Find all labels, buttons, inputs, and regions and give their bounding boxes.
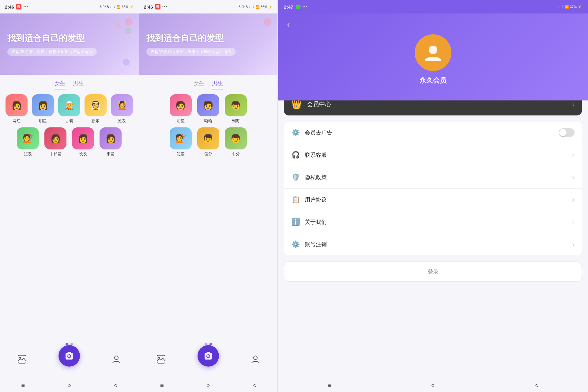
doc-icon: 📋	[291, 196, 300, 204]
svg-point-9	[254, 356, 257, 360]
grid-item-xiha[interactable]: 🧑 嘻哈	[196, 94, 221, 124]
sys-back-2[interactable]: <	[253, 382, 256, 389]
tab-female-1[interactable]: 女生	[55, 80, 66, 89]
grid-label-zhongfen: 中分	[232, 151, 240, 157]
nav-gallery-2[interactable]	[153, 351, 169, 367]
svg-point-10	[429, 46, 437, 54]
signal-info-2: 8.9KB ↓ ☽ 📶 36% ⚡	[239, 5, 273, 9]
menu-item-ad-left: ⚙️ 会员去广告	[291, 129, 332, 137]
login-button[interactable]: 登录	[284, 262, 582, 282]
grid-icon-wanghong: 👩	[6, 94, 28, 116]
sys-home-2[interactable]: ○	[206, 382, 210, 389]
settings-signal-info: ↓ ☽ 📶 37% ⚡	[558, 5, 582, 9]
crown-icon: 👑	[291, 99, 302, 109]
settings-sys-home[interactable]: ○	[431, 382, 435, 389]
grid-item-tangfa[interactable]: 💆 烫发	[110, 94, 134, 124]
gear-icon: ⚙️	[291, 240, 300, 248]
grid-icon-zhongchangfa: 👩	[44, 127, 66, 149]
grid-icon-guzhuang: 🧝	[58, 94, 80, 116]
time-display-1: 2:46	[5, 4, 14, 9]
menu-item-cancel-left: ⚙️ 账号注销	[291, 240, 327, 248]
nav-gallery-1[interactable]	[14, 351, 30, 367]
grid-label-xiha: 嘻哈	[204, 118, 212, 124]
sys-back-1[interactable]: <	[114, 382, 117, 389]
member-card-left: 👑 会员中心	[291, 99, 331, 109]
settings-dots: ···	[302, 4, 308, 10]
menu-item-cancel-right: ›	[572, 240, 575, 249]
grid-icon-xiha: 🧑	[197, 94, 219, 116]
nav-camera-1[interactable]	[58, 351, 80, 367]
grid-label-mingxing: 明星	[39, 118, 47, 124]
grid-item-changfa[interactable]: 👩 长发	[71, 127, 95, 157]
settings-sys-menu[interactable]: ≡	[328, 382, 331, 389]
tabs-1: 女生 男生	[0, 75, 139, 89]
grid-item-mingxing-2[interactable]: 🧑 明星	[168, 94, 193, 124]
tab-male-1[interactable]: 男生	[73, 80, 84, 89]
grid-item-guzhuang[interactable]: 🧝 古装	[58, 94, 81, 124]
settings-content: 👑 会员中心 › ⚙️ 会员去广告 🎧 联系客服	[278, 93, 588, 379]
grid-icon-duanfa-2: 💇	[170, 127, 192, 149]
menu-item-ad[interactable]: ⚙️ 会员去广告	[284, 122, 582, 144]
menu-item-agreement[interactable]: 📋 用户协议 ›	[284, 189, 582, 211]
grid-item-duanfa-2[interactable]: 💇 短发	[168, 127, 193, 157]
grid-item-mingxing[interactable]: 👩 明星	[31, 94, 55, 124]
profile-icon-1	[108, 351, 124, 367]
camera-button-2[interactable]	[198, 345, 219, 367]
settings-status-bar: 2:47 ··· ↓ ☽ 📶 37% ⚡	[278, 0, 588, 13]
status-time-1: 2:46 微 ···	[5, 4, 29, 10]
menu-item-cancel-account[interactable]: ⚙️ 账号注销 ›	[284, 233, 582, 255]
profile-section: 永久会员	[287, 34, 579, 85]
sys-menu-1[interactable]: ≡	[21, 382, 25, 389]
menu-item-support[interactable]: 🎧 联系客服 ›	[284, 144, 582, 166]
headset-icon: 🎧	[291, 151, 300, 159]
settings-sys-back[interactable]: <	[534, 382, 538, 389]
grid-icon-mingxing: 👩	[32, 94, 54, 116]
menu-label-about: 关于我们	[305, 218, 327, 226]
grid-icon-duanfa-1: 💇	[17, 127, 39, 149]
status-right-2: 8.9KB ↓ ☽ 📶 36% ⚡	[239, 5, 273, 9]
nav-profile-1[interactable]	[108, 351, 124, 367]
tab-male-2[interactable]: 男生	[212, 80, 223, 89]
grid-icon-shufa: 👩	[100, 127, 122, 149]
grid-item-shufa[interactable]: 👩 束发	[98, 127, 123, 157]
grid-item-xinniang[interactable]: 👰 新娘	[84, 94, 107, 124]
grid-label-guzhuang: 古装	[65, 118, 73, 124]
camera-button-1[interactable]	[58, 345, 80, 367]
banner-subtitle-wrap-1: 发型/发色随心更换，再也不用担心发型不适合	[7, 48, 97, 56]
status-time-2: 2:46 微 ···	[144, 4, 168, 10]
settings-time-display: 2:47	[284, 4, 293, 9]
grid-label-duanfa-1: 短发	[24, 151, 32, 157]
back-button[interactable]: ‹	[287, 20, 579, 29]
avatar	[415, 34, 451, 71]
svg-point-8	[207, 355, 209, 357]
grid-row-1-2: 🧑 明星 🧑 嘻哈 👦 刘海	[144, 94, 273, 124]
svg-point-1	[19, 357, 21, 359]
grid-item-pianfen[interactable]: 👦 偏分	[196, 127, 221, 157]
grid-item-duanfa-1[interactable]: 💇 短发	[16, 127, 40, 157]
ad-toggle[interactable]	[559, 128, 575, 137]
svg-point-3	[68, 355, 70, 357]
grid-row-2-1: 💇 短发 👩 中长发 👩 长发 👩 束发	[5, 127, 134, 157]
grid-item-wanghong[interactable]: 👩 网红	[5, 94, 28, 124]
menu-item-about[interactable]: ℹ️ 关于我们 ›	[284, 211, 582, 233]
settings-icon-ad: ⚙️	[291, 129, 300, 137]
app-icon-1: 微	[16, 4, 21, 9]
time-display-2: 2:46	[144, 4, 153, 9]
grid-item-zhongchangfa[interactable]: 👩 中长发	[43, 127, 68, 157]
grid-item-zhongfen[interactable]: 👦 中分	[224, 127, 248, 157]
menu-item-about-right: ›	[572, 218, 575, 226]
sys-home-1[interactable]: ○	[67, 382, 71, 389]
grid-item-liuhai[interactable]: 👦 刘海	[224, 94, 248, 124]
status-right-1: 8.9KB ↓ ☽ 📶 36% ⚡	[100, 5, 134, 9]
chevron-support: ›	[572, 151, 575, 159]
tab-female-2[interactable]: 女生	[194, 80, 205, 89]
nav-camera-2[interactable]	[198, 351, 219, 367]
menu-item-about-left: ℹ️ 关于我们	[291, 218, 327, 226]
grid-label-tangfa: 烫发	[118, 118, 126, 124]
app-icon-2: 微	[155, 4, 160, 9]
menu-item-privacy[interactable]: 🛡️ 隐私政策 ›	[284, 166, 582, 189]
sys-menu-2[interactable]: ≡	[160, 382, 164, 389]
grid-icon-zhongfen: 👦	[225, 127, 247, 149]
settings-header: ‹ 永久会员	[278, 13, 588, 100]
nav-profile-2[interactable]	[247, 351, 263, 367]
